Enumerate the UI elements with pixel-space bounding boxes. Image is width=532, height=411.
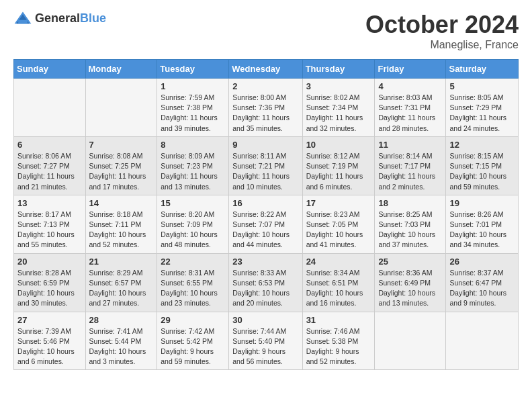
header-row: SundayMondayTuesdayWednesdayThursdayFrid… — [14, 60, 519, 79]
day-number: 22 — [161, 257, 225, 267]
day-number: 3 — [306, 81, 371, 91]
day-cell: 28Sunrise: 7:41 AM Sunset: 5:44 PM Dayli… — [85, 312, 157, 370]
day-cell: 3Sunrise: 8:02 AM Sunset: 7:34 PM Daylig… — [302, 79, 375, 137]
day-info: Sunrise: 8:33 AM Sunset: 6:53 PM Dayligh… — [232, 268, 298, 309]
day-cell: 20Sunrise: 8:28 AM Sunset: 6:59 PM Dayli… — [14, 253, 86, 312]
day-number: 18 — [378, 198, 442, 208]
day-cell: 7Sunrise: 8:08 AM Sunset: 7:25 PM Daylig… — [85, 136, 157, 195]
location-title: Maneglise, France — [365, 39, 519, 51]
logo-general: General — [35, 11, 80, 25]
day-info: Sunrise: 8:31 AM Sunset: 6:55 PM Dayligh… — [161, 268, 225, 309]
day-info: Sunrise: 8:20 AM Sunset: 7:09 PM Dayligh… — [161, 210, 225, 250]
day-number: 12 — [449, 140, 515, 150]
day-cell: 12Sunrise: 8:15 AM Sunset: 7:15 PM Dayli… — [446, 136, 519, 195]
day-number: 24 — [306, 257, 371, 267]
day-info: Sunrise: 8:03 AM Sunset: 7:31 PM Dayligh… — [378, 93, 442, 134]
day-info: Sunrise: 7:42 AM Sunset: 5:42 PM Dayligh… — [161, 326, 225, 367]
day-number: 6 — [17, 140, 82, 150]
day-number: 19 — [449, 198, 515, 208]
day-info: Sunrise: 8:09 AM Sunset: 7:23 PM Dayligh… — [161, 151, 225, 192]
column-header-monday: Monday — [85, 60, 157, 79]
day-number: 21 — [89, 257, 154, 267]
day-cell: 6Sunrise: 8:06 AM Sunset: 7:27 PM Daylig… — [14, 136, 86, 195]
column-header-wednesday: Wednesday — [229, 60, 302, 79]
week-row-1: 1Sunrise: 7:59 AM Sunset: 7:38 PM Daylig… — [14, 79, 519, 137]
title-area: October 2024 Maneglise, France — [365, 11, 519, 51]
day-cell: 26Sunrise: 8:37 AM Sunset: 6:47 PM Dayli… — [446, 253, 519, 312]
day-number: 11 — [378, 140, 442, 150]
day-number: 2 — [232, 81, 298, 91]
day-cell: 11Sunrise: 8:14 AM Sunset: 7:17 PM Dayli… — [375, 136, 446, 195]
logo: GeneralBlue — [13, 11, 106, 26]
column-header-thursday: Thursday — [302, 60, 375, 79]
day-info: Sunrise: 8:17 AM Sunset: 7:13 PM Dayligh… — [17, 210, 82, 250]
day-cell: 24Sunrise: 8:34 AM Sunset: 6:51 PM Dayli… — [302, 253, 375, 312]
day-cell: 2Sunrise: 8:00 AM Sunset: 7:36 PM Daylig… — [229, 79, 302, 137]
column-header-sunday: Sunday — [14, 60, 86, 79]
day-info: Sunrise: 8:14 AM Sunset: 7:17 PM Dayligh… — [378, 151, 442, 192]
day-cell: 19Sunrise: 8:26 AM Sunset: 7:01 PM Dayli… — [446, 195, 519, 253]
week-row-2: 6Sunrise: 8:06 AM Sunset: 7:27 PM Daylig… — [14, 136, 519, 195]
week-row-4: 20Sunrise: 8:28 AM Sunset: 6:59 PM Dayli… — [14, 253, 519, 312]
day-cell: 27Sunrise: 7:39 AM Sunset: 5:46 PM Dayli… — [14, 312, 86, 370]
day-number: 17 — [306, 198, 371, 208]
day-cell: 13Sunrise: 8:17 AM Sunset: 7:13 PM Dayli… — [14, 195, 86, 253]
page-header: GeneralBlue October 2024 Maneglise, Fran… — [13, 11, 519, 51]
day-info: Sunrise: 8:23 AM Sunset: 7:05 PM Dayligh… — [306, 210, 371, 250]
day-info: Sunrise: 8:34 AM Sunset: 6:51 PM Dayligh… — [306, 268, 371, 309]
day-number: 28 — [89, 315, 154, 325]
day-number: 26 — [449, 257, 515, 267]
day-cell: 16Sunrise: 8:22 AM Sunset: 7:07 PM Dayli… — [229, 195, 302, 253]
day-number: 5 — [449, 81, 515, 91]
day-info: Sunrise: 8:25 AM Sunset: 7:03 PM Dayligh… — [378, 210, 442, 250]
calendar-table: SundayMondayTuesdayWednesdayThursdayFrid… — [13, 59, 519, 370]
day-cell — [14, 79, 86, 137]
day-number: 27 — [17, 315, 82, 325]
day-cell — [85, 79, 157, 137]
day-number: 8 — [161, 140, 225, 150]
day-info: Sunrise: 7:46 AM Sunset: 5:38 PM Dayligh… — [306, 326, 371, 367]
day-info: Sunrise: 8:11 AM Sunset: 7:21 PM Dayligh… — [232, 151, 298, 192]
day-cell: 30Sunrise: 7:44 AM Sunset: 5:40 PM Dayli… — [229, 312, 302, 370]
day-number: 15 — [161, 198, 225, 208]
day-cell: 21Sunrise: 8:29 AM Sunset: 6:57 PM Dayli… — [85, 253, 157, 312]
day-number: 10 — [306, 140, 371, 150]
day-number: 1 — [161, 81, 225, 91]
day-number: 31 — [306, 315, 371, 325]
day-cell — [375, 312, 446, 370]
day-number: 29 — [161, 315, 225, 325]
day-info: Sunrise: 7:59 AM Sunset: 7:38 PM Dayligh… — [161, 93, 225, 134]
day-number: 9 — [232, 140, 298, 150]
day-cell: 8Sunrise: 8:09 AM Sunset: 7:23 PM Daylig… — [157, 136, 229, 195]
day-info: Sunrise: 8:15 AM Sunset: 7:15 PM Dayligh… — [449, 151, 515, 192]
week-row-3: 13Sunrise: 8:17 AM Sunset: 7:13 PM Dayli… — [14, 195, 519, 253]
day-number: 13 — [17, 198, 82, 208]
day-cell: 22Sunrise: 8:31 AM Sunset: 6:55 PM Dayli… — [157, 253, 229, 312]
day-cell: 25Sunrise: 8:36 AM Sunset: 6:49 PM Dayli… — [375, 253, 446, 312]
day-cell: 31Sunrise: 7:46 AM Sunset: 5:38 PM Dayli… — [302, 312, 375, 370]
day-number: 30 — [232, 315, 298, 325]
svg-rect-2 — [18, 20, 28, 24]
day-cell — [446, 312, 519, 370]
day-info: Sunrise: 8:02 AM Sunset: 7:34 PM Dayligh… — [306, 93, 371, 134]
day-info: Sunrise: 8:37 AM Sunset: 6:47 PM Dayligh… — [449, 268, 515, 309]
day-cell: 29Sunrise: 7:42 AM Sunset: 5:42 PM Dayli… — [157, 312, 229, 370]
day-info: Sunrise: 7:44 AM Sunset: 5:40 PM Dayligh… — [232, 326, 298, 367]
day-info: Sunrise: 8:12 AM Sunset: 7:19 PM Dayligh… — [306, 151, 371, 192]
day-cell: 4Sunrise: 8:03 AM Sunset: 7:31 PM Daylig… — [375, 79, 446, 137]
day-number: 4 — [378, 81, 442, 91]
day-cell: 10Sunrise: 8:12 AM Sunset: 7:19 PM Dayli… — [302, 136, 375, 195]
day-info: Sunrise: 8:18 AM Sunset: 7:11 PM Dayligh… — [89, 210, 154, 250]
month-title: October 2024 — [365, 11, 519, 39]
day-cell: 18Sunrise: 8:25 AM Sunset: 7:03 PM Dayli… — [375, 195, 446, 253]
day-info: Sunrise: 7:41 AM Sunset: 5:44 PM Dayligh… — [89, 326, 154, 367]
day-info: Sunrise: 8:05 AM Sunset: 7:29 PM Dayligh… — [449, 93, 515, 134]
day-number: 25 — [378, 257, 442, 267]
logo-icon — [13, 11, 32, 26]
day-info: Sunrise: 8:06 AM Sunset: 7:27 PM Dayligh… — [17, 151, 82, 192]
week-row-5: 27Sunrise: 7:39 AM Sunset: 5:46 PM Dayli… — [14, 312, 519, 370]
day-cell: 1Sunrise: 7:59 AM Sunset: 7:38 PM Daylig… — [157, 79, 229, 137]
column-header-saturday: Saturday — [446, 60, 519, 79]
day-cell: 17Sunrise: 8:23 AM Sunset: 7:05 PM Dayli… — [302, 195, 375, 253]
column-header-tuesday: Tuesday — [157, 60, 229, 79]
